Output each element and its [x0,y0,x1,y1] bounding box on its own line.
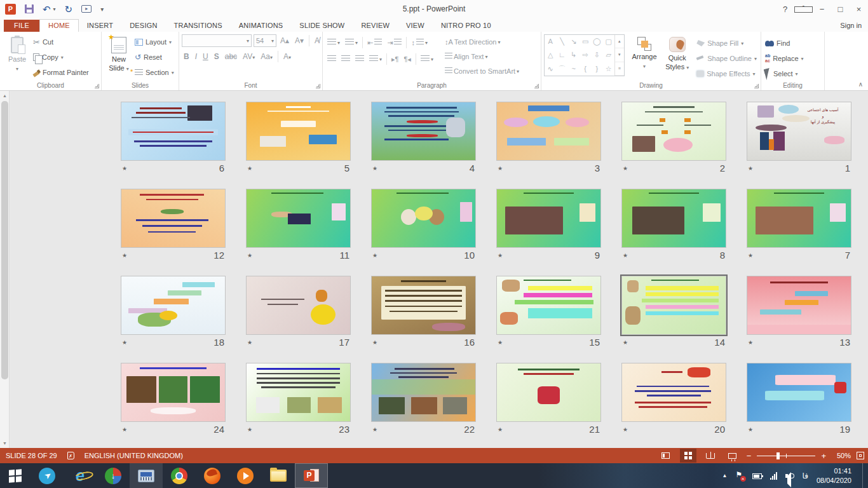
taskbar-media-player-button[interactable] [229,463,262,488]
tab-home[interactable]: HOME [39,19,79,32]
align-right-icon[interactable] [353,54,366,64]
slide-thumbnail-13[interactable] [747,276,851,335]
bold-button[interactable]: B [182,51,191,62]
close-button[interactable]: × [850,4,868,14]
layout-button[interactable]: Layout▾ [135,36,174,48]
shapes-scroll-up-icon[interactable]: ▴ [615,35,624,48]
slide-thumbnail-14[interactable] [621,276,726,335]
zoom-in-button[interactable]: + [821,451,826,461]
left-to-right-icon[interactable]: ▸¶ [390,54,400,65]
undo-icon[interactable]: ↶ [43,4,51,14]
zoom-out-button[interactable]: − [747,451,752,461]
tab-transitions[interactable]: TRANSITIONS [166,20,231,32]
save-icon[interactable] [25,4,34,13]
reading-view-button[interactable] [702,449,719,463]
battery-icon[interactable] [752,473,762,479]
bullets-button[interactable]: ▾ [325,37,342,48]
font-dialog-launcher-icon[interactable] [316,84,320,88]
clear-formatting-icon[interactable]: A̸ [313,36,322,46]
drawing-dialog-launcher-icon[interactable] [754,84,759,88]
slide-thumbnail-18[interactable] [121,276,226,335]
taskbar-file-explorer-button[interactable] [262,463,295,488]
redo-icon[interactable]: ↻ [65,4,73,14]
tab-nitro-pro-10[interactable]: NITRO PRO 10 [433,20,499,32]
slide-thumbnail-23[interactable] [246,363,351,422]
start-button[interactable] [0,463,31,488]
reset-button[interactable]: ↺Reset [135,51,174,64]
strikethrough-button[interactable]: abc [223,51,239,62]
slide-thumbnail-24[interactable] [121,363,226,422]
taskbar-telegram-button[interactable]: ➤ [31,463,64,488]
slide-thumbnail-12[interactable] [121,189,226,248]
elbow-shape-icon[interactable]: ∟ [559,51,566,58]
arrange-button[interactable]: Arrange ▾ [630,34,659,80]
star-shape-icon[interactable]: ☆ [606,65,612,72]
show-desktop-button[interactable] [862,463,865,488]
help-button[interactable]: ? [776,4,794,14]
replace-button[interactable]: abacReplace▾ [765,52,804,65]
qat-customize-icon[interactable]: ▾ [100,6,103,13]
arc-shape-icon[interactable]: ⌒ [559,65,566,72]
find-button[interactable]: Find [765,37,804,50]
ribbon-display-options-button[interactable]: ˆ [794,4,813,14]
scroll-up-icon[interactable]: ▲ [0,91,10,100]
text-box-shape-icon[interactable]: A [548,38,552,45]
scrollbar-thumb[interactable] [1,101,8,379]
taskbar-chrome-button[interactable] [163,463,196,488]
format-painter-button[interactable]: Format Painter [33,66,89,79]
shapes-more-icon[interactable]: ≡ [615,62,624,76]
taskbar-download-manager-button[interactable]: ↓ [97,463,130,488]
slide-thumbnail-11[interactable] [246,189,351,248]
slide-thumbnail-8[interactable] [621,189,726,248]
new-slide-button[interactable]: NewSlide ▾ [104,34,133,80]
undo-dropdown-icon[interactable]: ▾ [53,6,56,12]
taskbar-remote-desktop-button[interactable] [130,463,163,488]
rounded-rectangle-shape-icon[interactable]: ▢ [606,38,612,45]
tab-design[interactable]: DESIGN [121,20,165,32]
slide-thumbnail-19[interactable] [747,363,851,422]
slide-thumbnail-17[interactable] [246,276,351,335]
change-case-button[interactable]: Aa▾ [259,51,275,62]
increase-indent-icon[interactable]: ⇥ [385,37,403,48]
line-shape-icon[interactable]: ╲ [560,38,564,45]
zoom-slider[interactable] [757,456,815,456]
copy-button[interactable]: Copy▾ [33,51,89,64]
zoom-percentage[interactable]: 50% [832,452,851,459]
collapse-ribbon-icon[interactable]: ∧ [858,81,863,88]
shapes-scroll-down-icon[interactable]: ▾ [615,48,624,62]
paragraph-dialog-launcher-icon[interactable] [534,84,539,88]
slide-thumbnail-3[interactable] [496,102,601,161]
taskbar-firefox-button[interactable] [196,463,229,488]
brace-right-shape-icon[interactable]: } [596,65,599,72]
shape-effects-button[interactable]: Shape Effects▾ [696,67,757,80]
right-arrow-shape-icon[interactable]: ⇨ [582,51,588,58]
quick-styles-button[interactable]: QuickStyles ▾ [664,34,690,80]
corner-shape-icon[interactable]: ▱ [606,51,611,58]
slide-thumbnail-1[interactable]: آسیب های اجتماعی و پیشگیری از آنها [747,102,851,161]
scribble-shape-icon[interactable]: ∿ [548,65,553,72]
vertical-scrollbar[interactable]: ▲ ▼ [0,91,10,448]
slide-thumbnail-4[interactable] [371,102,476,161]
justify-icon[interactable]: ▾ [367,54,384,64]
slide-thumbnail-15[interactable] [496,276,601,335]
character-spacing-button[interactable]: AV▾ [241,51,257,62]
select-button[interactable]: Select▾ [765,67,804,80]
maximize-button[interactable]: □ [831,4,850,14]
slide-counter[interactable]: SLIDE 28 OF 29 [6,452,57,459]
shape-outline-button[interactable]: Shape Outline▾ [696,52,757,65]
shape-fill-button[interactable]: Shape Fill▾ [696,37,757,50]
slide-thumbnail-5[interactable] [246,102,351,161]
slide-thumbnail-6[interactable] [121,102,226,161]
spell-check-icon[interactable]: ✗ [67,452,74,459]
text-shadow-button[interactable]: S [212,51,221,62]
font-size-combo[interactable]: 54▾ [254,34,276,47]
line-spacing-button[interactable]: ↕▾ [409,37,430,48]
convert-to-smartart-button[interactable]: Convert to SmartArt▾ [443,66,521,76]
slide-thumbnail-16[interactable] [371,276,476,335]
section-button[interactable]: Section▾ [135,66,174,79]
volume-icon[interactable] [785,472,794,480]
scroll-down-icon[interactable]: ▼ [0,438,10,448]
minimize-button[interactable]: − [813,4,831,14]
arrow-shape-icon[interactable]: ↘ [571,38,576,45]
brace-left-shape-icon[interactable]: { [584,65,587,72]
